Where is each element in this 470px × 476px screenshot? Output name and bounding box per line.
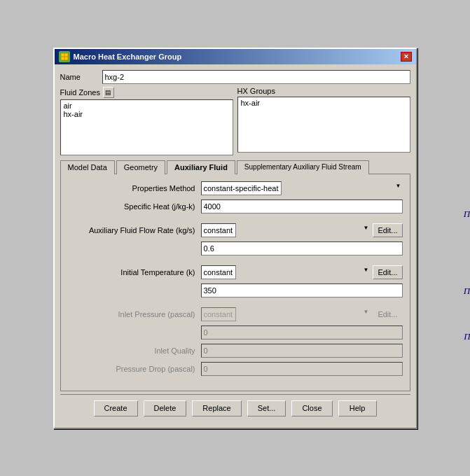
aux-flow-rate-input[interactable]: [201, 241, 403, 255]
tab-content-auxiliary-fluid: Properties Method constant-specific-heat…: [60, 174, 410, 391]
fluid-zones-listbox[interactable]: air hx-air: [60, 99, 233, 155]
replace-button[interactable]: Replace: [192, 400, 241, 416]
inlet-pressure-input: [201, 326, 403, 340]
window-body: Name Fluid Zones ▤ air hx-air: [55, 64, 416, 428]
pressure-drop-input: [201, 362, 403, 376]
inlet-quality-row: Inlet Quality: [68, 344, 403, 358]
fluid-zones-btn1[interactable]: ▤: [103, 87, 114, 98]
title-bar: Macro Heat Exchanger Group ✕: [55, 49, 416, 64]
tab-model-data[interactable]: Model Data: [60, 160, 115, 174]
aux-flow-rate-edit-btn[interactable]: Edit...: [373, 223, 402, 237]
fluid-zones-header: Fluid Zones ▤: [60, 87, 233, 98]
annotation-a: Πεδίο A: [464, 209, 470, 220]
initial-temp-controls: constant Edit...: [201, 265, 403, 279]
inlet-pressure-combo-wrapper: constant: [201, 307, 371, 321]
annotation-g: Πεδίο Γ: [464, 331, 470, 342]
window-title: Macro Heat Exchanger Group: [74, 52, 182, 61]
inlet-pressure-input-row: [68, 326, 403, 340]
initial-temp-combo-wrapper: constant: [201, 265, 371, 279]
name-row: Name: [60, 70, 410, 84]
inlet-pressure-select: constant: [201, 307, 236, 321]
pressure-drop-row: Pressure Drop (pascal): [68, 362, 403, 376]
aux-flow-rate-combo-wrapper: constant: [201, 223, 371, 237]
specific-heat-row: Specific Heat (j/kg-k): [68, 200, 403, 214]
inlet-quality-label: Inlet Quality: [68, 346, 201, 355]
inlet-pressure-edit-btn: Edit...: [373, 307, 402, 321]
help-button[interactable]: Help: [338, 400, 377, 416]
aux-flow-rate-label-row: Auxiliary Fluid Flow Rate (kg/s) constan…: [68, 223, 403, 237]
page-background: Macro Heat Exchanger Group ✕ Name Fluid …: [0, 0, 470, 476]
tab-auxiliary-fluid[interactable]: Auxiliary Fluid: [167, 160, 235, 174]
app-icon: [59, 51, 70, 62]
hx-groups-item-hxair: hx-air: [240, 99, 408, 107]
set-button[interactable]: Set...: [247, 400, 286, 416]
hx-groups-panel: HX Groups hx-air: [237, 87, 410, 155]
bottom-buttons: Create Delete Replace Set... Close Help: [60, 394, 410, 422]
tabs-row: Model Data Geometry Auxiliary Fluid Supp…: [60, 160, 410, 174]
fluid-zones-label: Fluid Zones: [60, 88, 100, 97]
aux-flow-rate-controls: constant Edit...: [201, 223, 403, 237]
hx-groups-listbox[interactable]: hx-air: [237, 97, 410, 153]
hx-groups-header: HX Groups: [237, 87, 410, 95]
hx-groups-label: HX Groups: [237, 87, 275, 95]
initial-temp-edit-btn[interactable]: Edit...: [373, 265, 402, 279]
initial-temp-input-row: [68, 284, 403, 298]
main-window: Macro Heat Exchanger Group ✕ Name Fluid …: [53, 48, 417, 429]
initial-temp-label-row: Initial Temperature (k) constant Edit...: [68, 265, 403, 279]
annotation-b: Πεδίο B: [464, 286, 470, 297]
window-frame: Macro Heat Exchanger Group ✕ Name Fluid …: [53, 48, 417, 429]
aux-flow-rate-label: Auxiliary Fluid Flow Rate (kg/s): [68, 226, 201, 234]
initial-temp-label: Initial Temperature (k): [68, 268, 201, 276]
title-bar-left: Macro Heat Exchanger Group: [59, 51, 182, 62]
aux-flow-rate-input-row: [68, 241, 403, 255]
fluid-zones-panel: Fluid Zones ▤ air hx-air: [60, 87, 233, 155]
properties-method-select[interactable]: constant-specific-heat: [201, 181, 282, 195]
inlet-pressure-label-row: Inlet Pressure (pascal) constant Edit...: [68, 307, 403, 321]
zones-section: Fluid Zones ▤ air hx-air HX Groups: [60, 87, 410, 155]
close-dialog-button[interactable]: Close: [291, 400, 332, 416]
name-input[interactable]: [102, 70, 410, 84]
initial-temp-select[interactable]: constant: [201, 265, 236, 279]
properties-method-combo-wrapper: constant-specific-heat: [201, 181, 403, 195]
delete-button[interactable]: Delete: [144, 400, 187, 416]
properties-method-label: Properties Method: [68, 184, 201, 192]
inlet-pressure-label: Inlet Pressure (pascal): [68, 310, 201, 318]
pressure-drop-label: Pressure Drop (pascal): [68, 365, 201, 373]
specific-heat-input[interactable]: [201, 200, 403, 214]
specific-heat-label: Specific Heat (j/kg-k): [68, 202, 201, 211]
initial-temp-input[interactable]: [201, 284, 403, 298]
inlet-quality-input: [201, 344, 403, 358]
tab-geometry[interactable]: Geometry: [116, 160, 165, 174]
create-button[interactable]: Create: [94, 400, 138, 416]
name-label: Name: [60, 73, 102, 81]
fluid-zones-item-air: air: [62, 102, 231, 110]
close-button[interactable]: ✕: [401, 52, 412, 62]
properties-method-row: Properties Method constant-specific-heat: [68, 181, 403, 195]
aux-flow-rate-select[interactable]: constant: [201, 223, 236, 237]
inlet-pressure-controls: constant Edit...: [201, 307, 403, 321]
fluid-zones-item-hxair: hx-air: [62, 110, 231, 118]
tab-supplementary[interactable]: Supplementary Auxiliary Fluid Stream: [237, 160, 369, 174]
